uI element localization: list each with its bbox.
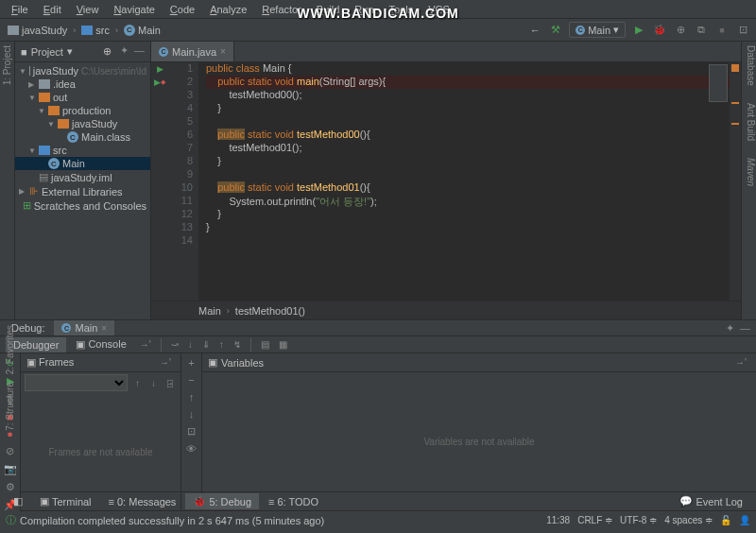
breadcrumb-item[interactable]: javaStudy [6,25,69,36]
dump-threads-icon[interactable]: 📷 [4,463,17,475]
indent-config[interactable]: 4 spaces ≑ [664,515,713,525]
rail-structure[interactable]: 7: Structure [0,378,15,435]
status-bar: ⓘ Compilation completed successfully in … [0,510,756,529]
next-frame-icon[interactable]: ↓ [147,376,160,390]
lock-icon[interactable]: 🔓 [720,515,731,525]
tree-item[interactable]: ▼src [15,144,150,157]
left-tool-rail-lower: 2: Favorites 7: Structure [0,321,15,435]
run-gutter-icon[interactable]: ▶ [157,64,163,74]
prev-frame-icon[interactable]: ↑ [131,376,144,390]
mute-breakpoints-icon[interactable]: ⊘ [6,445,14,457]
remove-watch-icon[interactable]: − [188,374,194,386]
terminal-tab[interactable]: ▣ Terminal [32,493,99,509]
menu-analyze[interactable]: Analyze [202,2,254,17]
close-icon[interactable]: × [101,323,107,334]
add-watch-icon[interactable]: + [188,357,194,369]
gear-icon[interactable]: ✦ [120,44,129,60]
todo-tab[interactable]: ≡ 6: TODO [261,493,326,509]
drop-frame-icon[interactable]: ↯ [230,337,245,352]
run-to-cursor-icon[interactable]: ▤ [257,337,273,352]
thread-icon[interactable]: →' [136,337,155,352]
tree-item[interactable]: CMain [15,157,150,170]
select-opened-icon[interactable]: ⊕ [99,44,114,60]
tree-item[interactable]: ▼production [15,104,150,117]
console-tab[interactable]: ▣ Console [68,336,133,352]
run-config-selector[interactable]: CMain ▾ [569,22,626,38]
menu-tools[interactable]: Tools [382,2,421,17]
error-stripe[interactable] [730,62,741,301]
back-icon[interactable]: ← [527,23,542,38]
debug-tab[interactable]: 🐞 5: Debug [185,493,259,509]
step-over-icon[interactable]: ⤻ [167,337,182,352]
gear-icon[interactable]: ✦ [726,322,734,335]
close-icon[interactable]: × [220,46,226,57]
tree-item[interactable]: ▼out [15,91,150,104]
minimap[interactable] [709,64,728,102]
menu-navigate[interactable]: Navigate [106,2,162,17]
tree-item[interactable]: CMain.class [15,130,150,144]
menu-file[interactable]: File [4,2,36,17]
rail-database[interactable]: Database [742,42,756,90]
stop-icon[interactable]: ■ [714,23,730,38]
line-separator[interactable]: CRLF ≑ [577,515,612,525]
inspector-icon[interactable]: 👤 [739,515,750,525]
run-gutter-icon[interactable]: ▶ [154,77,161,87]
warning-mark[interactable] [731,102,739,104]
hide-icon[interactable]: — [134,44,145,60]
menu-view[interactable]: View [69,2,107,17]
duplicate-icon[interactable]: ⊡ [187,425,196,438]
thread-selector[interactable] [25,374,128,391]
tree-item[interactable]: ▼javaStudy C:\Users\min\Id [15,64,150,77]
debug-icon[interactable]: 🐞 [652,23,667,38]
menu-build[interactable]: Build [309,2,347,17]
debug-session-tab[interactable]: C Main × [54,320,114,335]
filter-icon[interactable]: ⍈ [163,376,177,390]
show-watches-icon[interactable]: 👁 [186,443,197,455]
messages-tab[interactable]: ≡ 0: Messages [101,493,184,509]
code-breadcrumb-item[interactable]: testMethod01() [235,305,305,317]
evaluate-icon[interactable]: ▦ [275,337,291,352]
rail-ant-build[interactable]: Ant Build [742,99,756,145]
tree-item[interactable]: ▤javaStudy.iml [15,170,150,184]
tree-item[interactable]: ▶⊪External Libraries [15,184,150,198]
debug-header: Debug: C Main × ✦ — [0,320,756,336]
search-icon[interactable]: ⊡ [735,23,750,38]
menu-code[interactable]: Code [163,2,202,17]
profile-icon[interactable]: ⧉ [694,23,709,38]
down-icon[interactable]: ↓ [189,408,195,420]
hide-icon[interactable]: — [740,322,750,335]
breadcrumb-item[interactable]: src [79,25,112,36]
tool-window-icon[interactable]: ◧ [6,493,30,509]
event-log-tab[interactable]: 💬 Event Log [672,493,750,509]
tree-item[interactable]: ▼javaStudy [15,117,150,130]
breadcrumb-item[interactable]: CMain [122,25,163,36]
tree-item[interactable]: ▶.idea [15,77,150,91]
menu-vcs[interactable]: VCS [421,2,457,17]
force-step-into-icon[interactable]: ⇓ [198,337,214,352]
run-icon[interactable]: ▶ [631,23,646,38]
rail-project[interactable]: 1: Project [2,42,12,89]
step-into-icon[interactable]: ↓ [184,337,197,352]
rail-favorites[interactable]: 2: Favorites [0,321,15,378]
editor-tab[interactable]: C Main.java × [151,42,234,61]
file-encoding[interactable]: UTF-8 ≑ [620,515,657,525]
settings-icon[interactable]: ⚙ [6,481,15,493]
info-icon: ⓘ [6,513,16,527]
tree-item[interactable]: ⊞Scratches and Consoles [15,198,150,213]
project-tree[interactable]: ▼javaStudy C:\Users\min\Id▶.idea▼out▼pro… [15,62,150,319]
build-icon[interactable]: ⚒ [548,23,563,38]
up-icon[interactable]: ↑ [189,391,195,403]
restore-layout-icon[interactable]: →' [731,355,750,370]
rail-maven[interactable]: Maven [742,154,756,190]
warning-mark[interactable] [731,123,739,125]
cursor-position[interactable]: 11:38 [546,515,570,525]
coverage-icon[interactable]: ⊕ [673,23,688,38]
restore-layout-icon[interactable]: →' [156,355,175,370]
menu-refactor[interactable]: Refactor [254,2,309,17]
editor-content[interactable]: ▶▶◆ 1234567891011121314 public class Mai… [151,62,741,301]
breakpoint-icon[interactable]: ◆ [161,78,165,86]
menu-run[interactable]: Run [347,2,381,17]
menu-edit[interactable]: Edit [36,2,69,17]
step-out-icon[interactable]: ↑ [215,337,228,352]
code-breadcrumb-item[interactable]: Main [198,305,221,317]
